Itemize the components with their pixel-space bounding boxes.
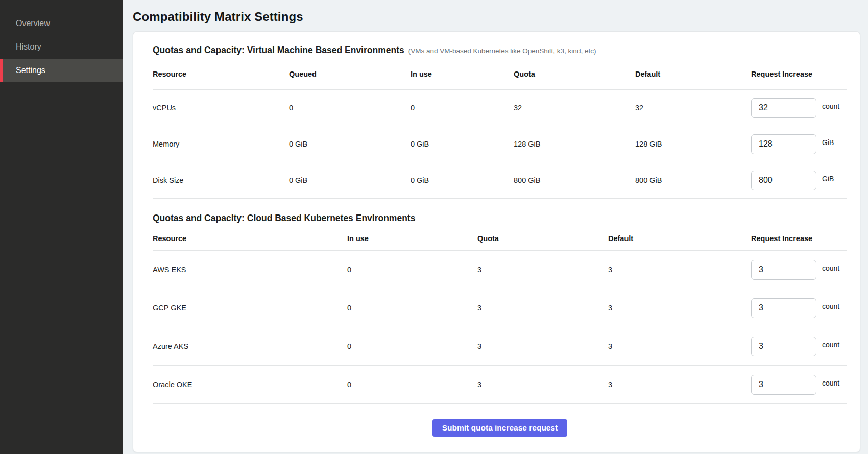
oracle-oke-quota: 3 [477,380,608,389]
vm-table-header: Resource Queued In use Quota Default Req… [153,58,847,90]
quotas-card: Quotas and Capacity: Virtual Machine Bas… [133,31,860,452]
disk-size-queued: 0 GiB [289,176,411,184]
vm-col-in-use: In use [411,70,514,78]
sidebar-item-history[interactable]: History [0,35,123,59]
table-row-aws-eks: AWS EKS 0 3 3 count [153,251,847,289]
gcp-gke-quota: 3 [477,304,608,312]
aws-eks-request-cell: count [751,260,847,280]
disk-size-resource: Disk Size [153,176,289,184]
gcp-gke-request-cell: count [751,298,847,318]
memory-quota: 128 GiB [514,140,635,148]
oracle-oke-in-use: 0 [347,380,477,389]
azure-aks-request-input[interactable] [751,337,816,356]
disk-size-request-input[interactable] [751,171,816,190]
vm-col-default: Default [635,70,751,78]
aws-eks-request-input[interactable] [751,260,816,280]
table-row-oracle-oke: Oracle OKE 0 3 3 count [153,366,847,404]
disk-size-default: 800 GiB [635,176,751,184]
vm-col-request-increase: Request Increase [751,70,847,78]
vm-section-title: Quotas and Capacity: Virtual Machine Bas… [153,45,404,56]
vcpus-request-cell: count [751,98,847,118]
aws-eks-quota: 3 [477,266,608,274]
sidebar-item-overview-label: Overview [16,19,50,28]
table-row-gcp-gke: GCP GKE 0 3 3 count [153,289,847,327]
vm-col-resource: Resource [153,70,289,78]
table-row-vcpus: vCPUs 0 0 32 32 count [153,90,847,126]
azure-aks-unit-label: count [822,341,839,349]
main-content: Compatibility Matrix Settings Quotas and… [123,0,868,454]
memory-request-input[interactable] [751,134,816,154]
card-footer: Submit quota increase request [153,419,847,437]
vcpus-quota: 32 [514,104,635,112]
submit-quota-increase-button[interactable]: Submit quota increase request [432,419,568,437]
gcp-gke-in-use: 0 [347,304,477,312]
vcpus-request-input[interactable] [751,98,816,118]
gcp-gke-unit-label: count [822,302,839,310]
sidebar: Overview History Settings [0,0,123,454]
memory-in-use: 0 GiB [411,140,514,148]
aws-eks-default: 3 [608,266,751,274]
sidebar-item-settings-label: Settings [16,66,45,75]
gcp-gke-resource: GCP GKE [153,304,347,312]
vcpus-unit-label: count [822,102,839,110]
azure-aks-quota: 3 [477,342,608,350]
cloud-col-request-increase: Request Increase [751,234,847,243]
vm-col-queued: Queued [289,70,411,78]
disk-size-quota: 800 GiB [514,176,635,184]
memory-request-cell: GiB [751,134,847,154]
azure-aks-resource: Azure AKS [153,342,347,350]
azure-aks-request-cell: count [751,337,847,356]
disk-size-request-cell: GiB [751,171,847,190]
vcpus-queued: 0 [289,104,411,112]
gcp-gke-request-input[interactable] [751,298,816,318]
oracle-oke-resource: Oracle OKE [153,380,347,389]
vcpus-default: 32 [635,104,751,112]
table-row-azure-aks: Azure AKS 0 3 3 count [153,327,847,366]
aws-eks-in-use: 0 [347,266,477,274]
oracle-oke-request-cell: count [751,375,847,395]
sidebar-item-history-label: History [16,42,41,52]
vm-section-subtitle: (VMs and VM-based Kubernetes like OpenSh… [408,47,596,55]
cloud-section-title: Quotas and Capacity: Cloud Based Kuberne… [153,213,415,224]
cloud-col-default: Default [608,234,751,243]
cloud-col-quota: Quota [477,234,608,243]
vcpus-resource: vCPUs [153,104,289,112]
aws-eks-resource: AWS EKS [153,266,347,274]
memory-resource: Memory [153,140,289,148]
disk-size-in-use: 0 GiB [411,176,514,184]
memory-queued: 0 GiB [289,140,411,148]
memory-unit-label: GiB [822,138,834,147]
cloud-col-in-use: In use [347,234,477,243]
table-row-memory: Memory 0 GiB 0 GiB 128 GiB 128 GiB GiB [153,126,847,162]
sidebar-item-overview[interactable]: Overview [0,12,123,35]
cloud-table-header: Resource In use Quota Default Request In… [153,226,847,251]
sidebar-item-settings[interactable]: Settings [0,59,123,82]
oracle-oke-unit-label: count [822,379,839,387]
memory-default: 128 GiB [635,140,751,148]
cloud-col-resource: Resource [153,234,347,243]
table-row-disk-size: Disk Size 0 GiB 0 GiB 800 GiB 800 GiB Gi… [153,162,847,199]
azure-aks-default: 3 [608,342,751,350]
vm-section-heading: Quotas and Capacity: Virtual Machine Bas… [153,45,847,58]
vcpus-in-use: 0 [411,104,514,112]
disk-size-unit-label: GiB [822,175,834,183]
cloud-section-heading: Quotas and Capacity: Cloud Based Kuberne… [153,213,847,226]
gcp-gke-default: 3 [608,304,751,312]
aws-eks-unit-label: count [822,264,839,272]
azure-aks-in-use: 0 [347,342,477,350]
oracle-oke-request-input[interactable] [751,375,816,395]
vm-col-quota: Quota [514,70,635,78]
oracle-oke-default: 3 [608,380,751,389]
page-title: Compatibility Matrix Settings [133,10,860,24]
